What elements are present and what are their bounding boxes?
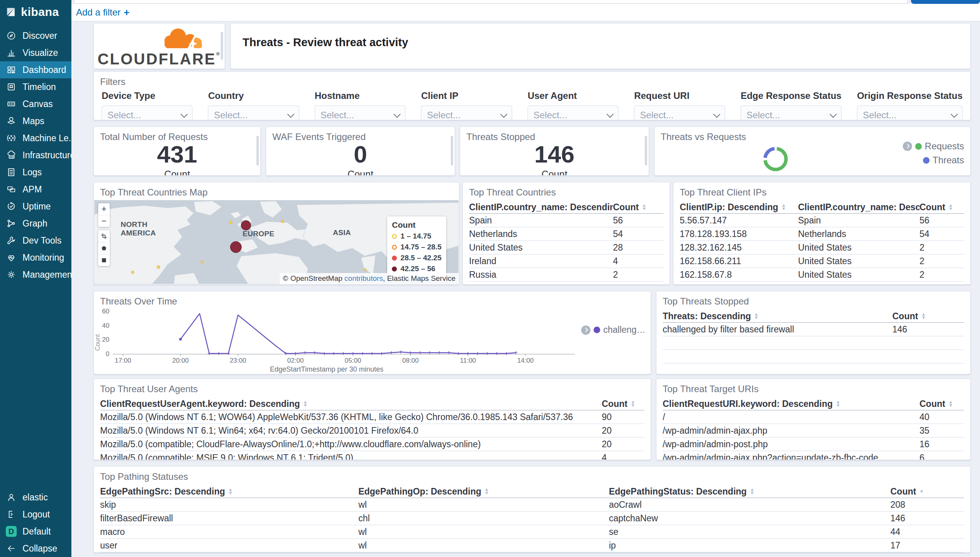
column-header-clientip-ip-descending[interactable]: ClientIP.ip: Descending▲▼ bbox=[680, 202, 798, 213]
column-label: Count bbox=[613, 202, 639, 213]
sidebar-item-canvas[interactable]: Canvas bbox=[0, 95, 71, 112]
legend-series-label[interactable]: Requests bbox=[925, 141, 964, 152]
svg-text:23:00: 23:00 bbox=[230, 357, 246, 364]
monitoring-icon bbox=[6, 252, 17, 263]
gear-icon bbox=[6, 269, 17, 280]
sidebar-item-collapse[interactable]: Collapse bbox=[0, 540, 71, 557]
panel-title: Filters bbox=[94, 72, 970, 87]
sidebar-item-infrastructure[interactable]: Infrastructure bbox=[0, 147, 71, 164]
filter-select-device-type[interactable]: Select... bbox=[102, 106, 192, 120]
table-cell: 146 bbox=[892, 324, 964, 335]
legend-series-label[interactable]: challenged b... bbox=[603, 325, 646, 335]
column-header-threats-descending[interactable]: Threats: Descending▲▼ bbox=[663, 311, 892, 322]
column-header-edgepathingstatus-descending[interactable]: EdgePathingStatus: Descending▲▼ bbox=[609, 486, 890, 497]
panel-top-threat-client-ips: Top Threat Client IPs ClientIP.ip: Desce… bbox=[673, 182, 971, 285]
sidebar-item-graph[interactable]: Graph bbox=[0, 215, 71, 232]
filter-select-hostname[interactable]: Select... bbox=[315, 106, 405, 120]
map-legend-title: Count bbox=[392, 220, 442, 230]
logs-icon bbox=[6, 167, 17, 178]
apm-icon bbox=[6, 184, 17, 195]
column-header-clientip-country-name-descending[interactable]: ClientIP.country_name: Descending▲▼ bbox=[798, 202, 919, 213]
column-header-clientrequestuseragent-keyword-descending[interactable]: ClientRequestUserAgent.keyword: Descendi… bbox=[100, 399, 602, 409]
sidebar-item-default[interactable]: DDefault bbox=[0, 523, 71, 540]
sort-icon: ▲▼ bbox=[642, 204, 646, 211]
sidebar-item-visualize[interactable]: Visualize bbox=[0, 44, 71, 61]
table-cell: challenged by filter based firewall bbox=[663, 324, 892, 335]
table-cell: 2 bbox=[919, 242, 964, 253]
column-label: ClientIP.country_name: Descending bbox=[798, 202, 919, 213]
sidebar-item-machine-le[interactable]: Machine Le... bbox=[0, 130, 71, 147]
filter-origin-response-status: Origin Response StatusSelect... bbox=[857, 90, 963, 120]
legend-expand-icon[interactable] bbox=[903, 142, 912, 151]
sidebar-item-maps[interactable]: Maps bbox=[0, 112, 71, 130]
sidebar-item-elastic[interactable]: elastic bbox=[0, 489, 71, 506]
zoom-in-button[interactable]: + bbox=[98, 203, 110, 215]
update-button[interactable] bbox=[911, 0, 980, 4]
metric-value: 0 bbox=[354, 142, 367, 166]
sidebar-item-management[interactable]: Management bbox=[0, 266, 71, 283]
query-input[interactable] bbox=[74, 0, 908, 4]
map-legend-item: 14.75 – 28.5 bbox=[392, 243, 442, 251]
map-point bbox=[364, 268, 367, 271]
filter-user-agent: User AgentSelect... bbox=[528, 90, 618, 120]
column-header-clientip-country-name-descending[interactable]: ClientIP.country_name: Descending▲▼ bbox=[469, 202, 613, 213]
filter-select-client-ip[interactable]: Select... bbox=[421, 106, 512, 120]
zoom-out-button[interactable]: − bbox=[98, 215, 110, 227]
page-title: Threats - Review threat activity bbox=[242, 36, 408, 48]
column-header-count[interactable]: Count▼ bbox=[890, 486, 964, 497]
table-row: Spain56 bbox=[469, 214, 663, 227]
sidebar-item-label: Visualize bbox=[23, 48, 58, 58]
panel-title: Top Threat Target URIs bbox=[656, 379, 970, 394]
table-cell: wl bbox=[358, 540, 609, 551]
table-cell: Mozilla/5.0 (compatible; MSIE 9.0; Windo… bbox=[100, 453, 602, 460]
column-header-edgepathingsrc-descending[interactable]: EdgePathingSrc: Descending▲▼ bbox=[100, 486, 358, 497]
crop-tool-button[interactable] bbox=[98, 230, 110, 242]
table-cell: / bbox=[663, 412, 919, 422]
sort-icon: ▲▼ bbox=[781, 204, 786, 211]
filter-select-edge-response-status[interactable]: Select... bbox=[741, 106, 841, 120]
sidebar-item-logs[interactable]: Logs bbox=[0, 164, 71, 181]
column-header-count[interactable]: Count▲▼ bbox=[919, 399, 964, 409]
attribution-link[interactable]: contributors bbox=[345, 274, 383, 282]
column-header-count[interactable]: Count▲▼ bbox=[613, 202, 663, 213]
line-chart: 0204060Count17:0020:0023:0002:0005:0008:… bbox=[94, 307, 651, 373]
column-header-clientrequesturi-keyword-descending[interactable]: ClientRequestURI.keyword: Descending▲▼ bbox=[663, 399, 919, 409]
map-canvas[interactable]: NORTH AMERICA EUROPE ASIA +− Count 1 – 1… bbox=[94, 200, 459, 284]
panel-top-threat-target-uris: Top Threat Target URIs ClientRequestURI.… bbox=[656, 379, 971, 460]
legend-expand-icon[interactable] bbox=[581, 325, 590, 335]
add-filter-link[interactable]: Add a filter bbox=[76, 7, 121, 18]
filter-select-request-uri[interactable]: Select... bbox=[634, 106, 725, 120]
table-cell: 28 bbox=[613, 242, 663, 253]
sidebar-item-timelion[interactable]: Timelion bbox=[0, 78, 71, 95]
column-header-edgepathingop-descending[interactable]: EdgePathingOp: Descending▲▼ bbox=[358, 486, 609, 497]
sidebar-item-apm[interactable]: APM bbox=[0, 181, 71, 198]
canvas-icon bbox=[6, 99, 17, 109]
sidebar-item-logout[interactable]: Logout bbox=[0, 506, 71, 523]
uptime-icon bbox=[6, 201, 17, 212]
kibana-logo[interactable]: kibana bbox=[0, 0, 71, 24]
column-header-count[interactable]: Count▲▼ bbox=[602, 399, 644, 409]
table-cell: aoCrawl bbox=[609, 500, 890, 510]
sidebar-item-dev-tools[interactable]: Dev Tools bbox=[0, 232, 71, 249]
column-header-count[interactable]: Count▲▼ bbox=[892, 311, 964, 322]
table-cell: captchaNew bbox=[609, 513, 890, 524]
table-cell: 2 bbox=[919, 256, 964, 266]
legend-series-label[interactable]: Threats bbox=[933, 155, 964, 166]
filter-select-origin-response-status[interactable]: Select... bbox=[857, 106, 963, 120]
sidebar-item-uptime[interactable]: Uptime bbox=[0, 198, 71, 215]
panel-title: Top Threats Stopped bbox=[656, 291, 970, 307]
filter-select-country[interactable]: Select... bbox=[208, 106, 299, 120]
polygon-tool-button[interactable] bbox=[98, 242, 110, 254]
panel-top-threat-countries: Top Threat Countries ClientIP.country_na… bbox=[462, 182, 670, 285]
table-cell: /wp-admin/admin-ajax.php bbox=[663, 426, 919, 436]
column-header-count[interactable]: Count▲▼ bbox=[919, 202, 964, 213]
sidebar-item-dashboard[interactable]: Dashboard bbox=[0, 61, 71, 78]
rect-tool-button[interactable] bbox=[98, 254, 110, 266]
sidebar-item-discover[interactable]: Discover bbox=[0, 27, 71, 44]
sidebar-item-monitoring[interactable]: Monitoring bbox=[0, 249, 71, 266]
timelion-icon bbox=[6, 81, 17, 92]
plus-icon[interactable]: + bbox=[124, 7, 130, 19]
filter-placeholder: Select... bbox=[863, 110, 897, 120]
filter-select-user-agent[interactable]: Select... bbox=[528, 106, 618, 120]
space-badge: D bbox=[6, 526, 17, 537]
